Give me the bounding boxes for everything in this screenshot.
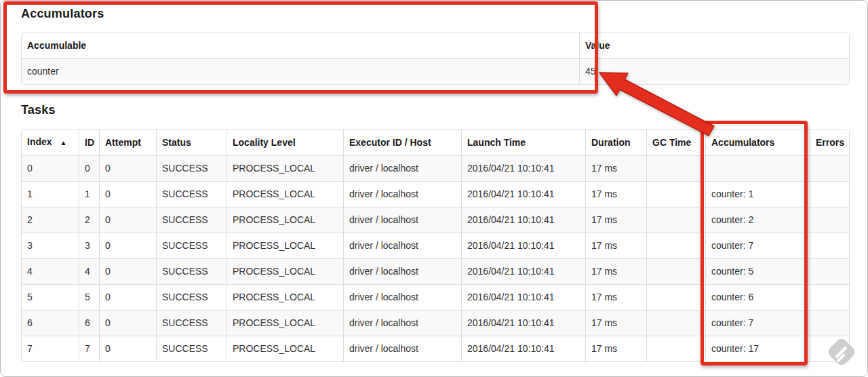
watermark-logo-icon — [823, 333, 861, 371]
table-cell: 0 — [99, 207, 156, 233]
table-cell: 0 — [22, 155, 79, 181]
column-header-attempt[interactable]: Attempt — [99, 130, 156, 155]
column-header-gc-time[interactable]: GC Time — [646, 130, 705, 155]
table-cell: SUCCESS — [156, 284, 226, 310]
table-cell — [810, 258, 849, 284]
table-cell: 0 — [99, 284, 156, 310]
table-cell: 3 — [22, 233, 79, 258]
table-cell: driver / localhost — [343, 258, 461, 284]
table-cell: 0 — [99, 310, 156, 336]
table-row: counter45 — [22, 58, 849, 84]
table-row: 660SUCCESSPROCESS_LOCALdriver / localhos… — [22, 310, 849, 336]
table-cell: driver / localhost — [343, 336, 461, 361]
table-cell: 1 — [79, 181, 99, 207]
column-header-duration[interactable]: Duration — [585, 130, 646, 155]
table-cell: 17 ms — [585, 336, 646, 361]
table-cell: 6 — [22, 310, 79, 336]
table-cell: 6 — [79, 310, 99, 336]
table-cell: 4 — [22, 258, 79, 284]
tasks-section-title: Tasks — [21, 103, 56, 117]
table-cell: 2016/04/21 10:10:41 — [461, 155, 585, 181]
table-cell: counter: 2 — [705, 207, 810, 233]
tasks-header-row: Index▲ ID Attempt Status Locality Level … — [22, 130, 849, 155]
table-cell — [810, 181, 849, 207]
table-cell: driver / localhost — [343, 310, 461, 336]
table-cell: 17 ms — [585, 155, 646, 181]
table-cell: PROCESS_LOCAL — [226, 181, 343, 207]
table-cell: 5 — [79, 284, 99, 310]
table-cell: driver / localhost — [343, 181, 461, 207]
table-cell: 17 ms — [585, 284, 646, 310]
table-cell: driver / localhost — [343, 233, 461, 258]
table-cell: PROCESS_LOCAL — [226, 310, 343, 336]
table-cell: counter: 17 — [705, 336, 810, 361]
column-header-locality-level[interactable]: Locality Level — [226, 130, 343, 155]
table-cell: 1 — [22, 181, 79, 207]
table-cell: 2016/04/21 10:10:41 — [461, 181, 585, 207]
column-header-launch-time[interactable]: Launch Time — [461, 130, 585, 155]
table-cell — [810, 233, 849, 258]
table-cell: PROCESS_LOCAL — [226, 284, 343, 310]
table-cell: counter: 5 — [705, 258, 810, 284]
table-cell: driver / localhost — [343, 155, 461, 181]
tasks-table: Index▲ ID Attempt Status Locality Level … — [21, 129, 848, 362]
column-header-executor-id-host[interactable]: Executor ID / Host — [343, 130, 461, 155]
table-cell — [646, 181, 705, 207]
table-cell: 17 ms — [585, 310, 646, 336]
table-cell — [810, 284, 849, 310]
table-cell: driver / localhost — [343, 284, 461, 310]
table-cell: 17 ms — [585, 207, 646, 233]
table-cell: PROCESS_LOCAL — [226, 336, 343, 361]
table-cell: 0 — [99, 336, 156, 361]
table-cell: 2 — [22, 207, 79, 233]
column-header-accumulable[interactable]: Accumulable — [22, 33, 579, 58]
table-cell: 0 — [79, 155, 99, 181]
column-header-id[interactable]: ID — [79, 130, 99, 155]
table-cell: 4 — [79, 258, 99, 284]
table-row: 550SUCCESSPROCESS_LOCALdriver / localhos… — [22, 284, 849, 310]
accumulators-table: Accumulable Value counter45 — [21, 33, 848, 85]
accumulators-table-body: counter45 — [22, 58, 849, 84]
sort-ascending-icon: ▲ — [60, 139, 67, 146]
column-header-accumulators[interactable]: Accumulators — [705, 130, 810, 155]
table-cell: PROCESS_LOCAL — [226, 155, 343, 181]
table-cell: counter: 7 — [705, 310, 810, 336]
column-header-value[interactable]: Value — [579, 33, 849, 58]
table-cell: 0 — [99, 233, 156, 258]
column-header-index[interactable]: Index▲ — [22, 130, 79, 155]
table-cell: driver / localhost — [343, 207, 461, 233]
table-row: 770SUCCESSPROCESS_LOCALdriver / localhos… — [22, 336, 849, 361]
table-cell: 0 — [99, 155, 156, 181]
table-cell: PROCESS_LOCAL — [226, 258, 343, 284]
table-cell — [646, 336, 705, 361]
table-cell: 5 — [22, 284, 79, 310]
table-cell: 2016/04/21 10:10:41 — [461, 336, 585, 361]
accumulators-section-title: Accumulators — [21, 7, 104, 21]
table-cell — [646, 155, 705, 181]
table-cell: 0 — [99, 181, 156, 207]
table-cell: 17 ms — [585, 233, 646, 258]
table-cell — [646, 258, 705, 284]
column-header-errors[interactable]: Errors — [810, 130, 849, 155]
table-cell: counter: 6 — [705, 284, 810, 310]
table-cell — [646, 310, 705, 336]
table-cell — [810, 310, 849, 336]
table-row: 220SUCCESSPROCESS_LOCALdriver / localhos… — [22, 207, 849, 233]
table-cell: 7 — [79, 336, 99, 361]
column-header-index-label: Index — [27, 136, 52, 147]
table-cell: SUCCESS — [156, 207, 226, 233]
table-cell: 45 — [579, 58, 849, 84]
table-cell: 2016/04/21 10:10:41 — [461, 258, 585, 284]
table-cell: 2016/04/21 10:10:41 — [461, 284, 585, 310]
table-cell — [810, 155, 849, 181]
table-cell: PROCESS_LOCAL — [226, 207, 343, 233]
table-cell — [646, 207, 705, 233]
tasks-table-body: 000SUCCESSPROCESS_LOCALdriver / localhos… — [22, 155, 849, 361]
column-header-status[interactable]: Status — [156, 130, 226, 155]
table-cell: 0 — [99, 258, 156, 284]
table-cell: counter — [22, 58, 579, 84]
table-cell: SUCCESS — [156, 181, 226, 207]
table-cell: 7 — [22, 336, 79, 361]
table-cell: counter: 1 — [705, 181, 810, 207]
table-cell: 2 — [79, 207, 99, 233]
